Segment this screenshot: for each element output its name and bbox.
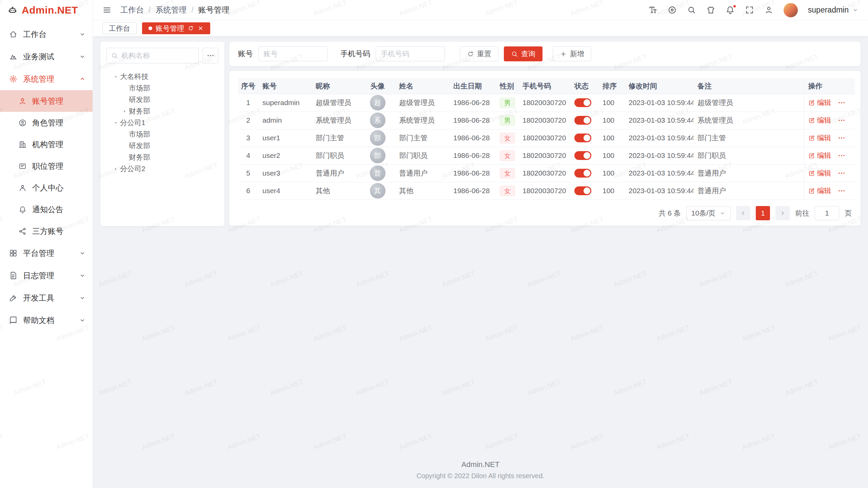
breadcrumb-item-workbench[interactable]: 工作台 <box>120 5 144 15</box>
theme-icon <box>706 5 715 15</box>
tree-node-6[interactable]: 研发部 <box>106 140 218 151</box>
goto-page-input[interactable] <box>815 206 839 220</box>
tab-0[interactable]: 工作台 <box>102 22 137 34</box>
edit-button[interactable]: 编辑 <box>808 151 831 160</box>
sidebar-subitem-2-3[interactable]: 职位管理 <box>0 155 93 177</box>
edit-button[interactable]: 编辑 <box>808 98 831 107</box>
bell-icon-button[interactable] <box>726 5 735 15</box>
username: superadmin <box>808 5 849 15</box>
status-toggle[interactable] <box>574 134 591 142</box>
edit-button[interactable]: 编辑 <box>808 133 831 143</box>
status-toggle[interactable] <box>574 151 591 160</box>
tree-expand-arrow[interactable] <box>111 72 120 81</box>
tree-node-4[interactable]: 分公司1 <box>106 117 218 128</box>
sidebar-subitem-2-1[interactable]: 角色管理 <box>0 112 93 134</box>
cell-account: user4 <box>258 182 312 200</box>
tree-node-2[interactable]: 研发部 <box>106 94 218 105</box>
cell-no: 4 <box>238 147 258 164</box>
add-button[interactable]: 新增 <box>553 46 591 61</box>
toggle-knob <box>584 135 590 141</box>
logo[interactable]: Admin.NET <box>0 0 93 20</box>
footer-copyright: Copyright © 2022 Dilon All rights reserv… <box>100 472 861 480</box>
sidebar-item-4[interactable]: 日志管理 <box>0 264 93 287</box>
org-more-button[interactable] <box>203 48 218 63</box>
more-icon <box>837 187 846 195</box>
cell-status <box>570 129 598 147</box>
status-toggle[interactable] <box>574 98 591 107</box>
tree-expand-arrow[interactable] <box>111 118 120 127</box>
edit-icon <box>808 135 815 141</box>
account-label: 账号 <box>238 49 253 59</box>
avatar[interactable] <box>784 3 798 17</box>
tree-expand-arrow[interactable] <box>111 164 120 173</box>
tab-1[interactable]: 账号管理 <box>142 22 210 34</box>
sidebar-item-2[interactable]: 系统管理 <box>0 68 93 90</box>
page-size-select[interactable]: 10条/页 <box>686 206 731 220</box>
tree-node-0[interactable]: 大名科技 <box>106 71 218 82</box>
row-more-button[interactable] <box>837 187 846 195</box>
sidebar-item-1[interactable]: 业务测试 <box>0 45 93 68</box>
toggle-knob <box>584 170 590 177</box>
theme-icon-button[interactable] <box>706 5 715 15</box>
sidebar: Admin.NET 工作台业务测试系统管理账号管理角色管理机构管理职位管理个人中… <box>0 0 93 488</box>
tab-close-button[interactable] <box>197 25 204 32</box>
cell-modified: 2023-01-03 10:59:44 <box>625 111 693 129</box>
chevron-down-icon-wrap <box>79 317 86 324</box>
tree-expand-arrow[interactable] <box>120 107 129 116</box>
sidebar-item-6[interactable]: 帮助文档 <box>0 309 93 331</box>
org-search-input[interactable] <box>106 48 199 63</box>
status-toggle[interactable] <box>574 116 591 125</box>
tree-node-8[interactable]: 分公司2 <box>106 163 218 175</box>
query-button[interactable]: 查询 <box>504 46 542 61</box>
sidebar-item-0[interactable]: 工作台 <box>0 23 93 45</box>
org-name-field[interactable] <box>121 52 194 60</box>
edit-button[interactable]: 编辑 <box>808 116 831 125</box>
font-size-icon-button[interactable] <box>648 5 657 15</box>
reset-button[interactable]: 重置 <box>460 46 498 61</box>
chevron-down-icon <box>79 31 86 38</box>
fullscreen-icon-button[interactable] <box>745 5 754 15</box>
breadcrumb-item-system[interactable]: 系统管理 <box>155 5 186 15</box>
cell-birthdate: 1986-06-28 <box>449 147 496 164</box>
sidebar-subitem-2-4[interactable]: 个人中心 <box>0 177 93 199</box>
hamburger-menu-icon[interactable] <box>102 5 112 15</box>
profile-icon-button[interactable] <box>764 5 773 15</box>
caret-down-icon <box>113 120 118 125</box>
prev-page-button[interactable] <box>736 206 750 220</box>
tree-node-7[interactable]: 财务部 <box>106 151 218 163</box>
cell-no: 6 <box>238 182 258 200</box>
status-toggle[interactable] <box>574 169 591 178</box>
page-1-button[interactable]: 1 <box>756 206 770 220</box>
status-toggle[interactable] <box>574 186 591 195</box>
account-input[interactable] <box>258 46 328 61</box>
row-more-button[interactable] <box>837 151 846 160</box>
sidebar-subitem-2-5[interactable]: 通知公告 <box>0 199 93 220</box>
row-more-button[interactable] <box>837 99 846 107</box>
tab-refresh-button[interactable] <box>188 25 194 32</box>
menu-item-label: 开发工具 <box>23 293 54 303</box>
search-icon-button[interactable] <box>687 5 696 15</box>
column-header-12: 操作 <box>804 78 855 94</box>
sidebar-subitem-2-2[interactable]: 机构管理 <box>0 134 93 155</box>
tree-node-3[interactable]: 财务部 <box>106 105 218 117</box>
cell-avatar: 普 <box>360 164 395 182</box>
sidebar-subitem-2-0[interactable]: 账号管理 <box>0 90 93 112</box>
edit-button[interactable]: 编辑 <box>808 168 831 178</box>
column-header-9: 排序 <box>598 78 625 94</box>
tree-node-5[interactable]: 市场部 <box>106 128 218 140</box>
sidebar-item-3[interactable]: 平台管理 <box>0 242 93 264</box>
row-more-button[interactable] <box>837 134 846 142</box>
cell-account: superadmin <box>258 94 312 111</box>
disc-icon-button[interactable] <box>668 5 677 15</box>
row-avatar: 部 <box>370 148 386 163</box>
row-more-button[interactable] <box>837 169 846 177</box>
sidebar-item-5[interactable]: 开发工具 <box>0 287 93 309</box>
row-more-button[interactable] <box>837 116 846 124</box>
column-header-11: 备注 <box>693 78 804 94</box>
next-page-button[interactable] <box>775 206 790 220</box>
phone-input[interactable] <box>376 46 445 61</box>
tree-node-1[interactable]: 市场部 <box>106 82 218 94</box>
edit-button[interactable]: 编辑 <box>808 186 831 196</box>
user-menu[interactable]: superadmin <box>808 5 859 15</box>
sidebar-subitem-2-6[interactable]: 三方账号 <box>0 220 93 242</box>
